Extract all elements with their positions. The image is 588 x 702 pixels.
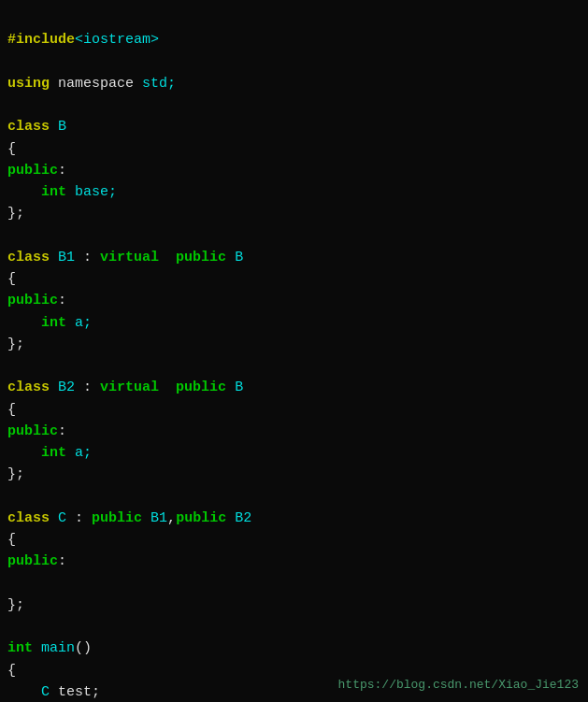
line-braceC-open: {	[7, 532, 16, 548]
line-intA2: int a;	[7, 445, 92, 461]
line-braceB1-open: {	[7, 271, 16, 287]
line-cTest: C test;	[7, 684, 100, 700]
line-classB: class B	[7, 119, 66, 135]
line-braceB1-close: };	[7, 337, 24, 352]
line-braceB-open: {	[7, 141, 16, 157]
line-intBase: int base;	[7, 184, 117, 200]
line-braceC-close: };	[7, 597, 24, 613]
line-publicB: public:	[7, 163, 66, 179]
line-main-fn: int main()	[7, 640, 92, 656]
line-classB2: class B2 : virtual public B	[7, 380, 243, 395]
code-container: #include<iostream> using namespace std; …	[0, 0, 588, 702]
line-publicB2: public:	[7, 423, 66, 439]
line-publicB1: public:	[7, 293, 66, 308]
line-classB1: class B1 : virtual public B	[7, 250, 243, 265]
footer-url: https://blog.csdn.net/Xiao_Jie123	[338, 676, 579, 695]
line-intA1: int a;	[7, 315, 92, 331]
line-braceB2-close: };	[7, 466, 24, 482]
line-using: using namespace std;	[7, 76, 176, 92]
line-classC: class C : public B1,public B2	[7, 510, 251, 526]
line-braceB-close: };	[7, 206, 24, 222]
line-include: #include<iostream>	[7, 32, 159, 48]
line-braceMain-open: {	[7, 663, 16, 679]
line-braceB2-open: {	[7, 402, 16, 418]
line-publicC: public:	[7, 553, 66, 569]
code-block: #include<iostream> using namespace std; …	[7, 7, 581, 702]
